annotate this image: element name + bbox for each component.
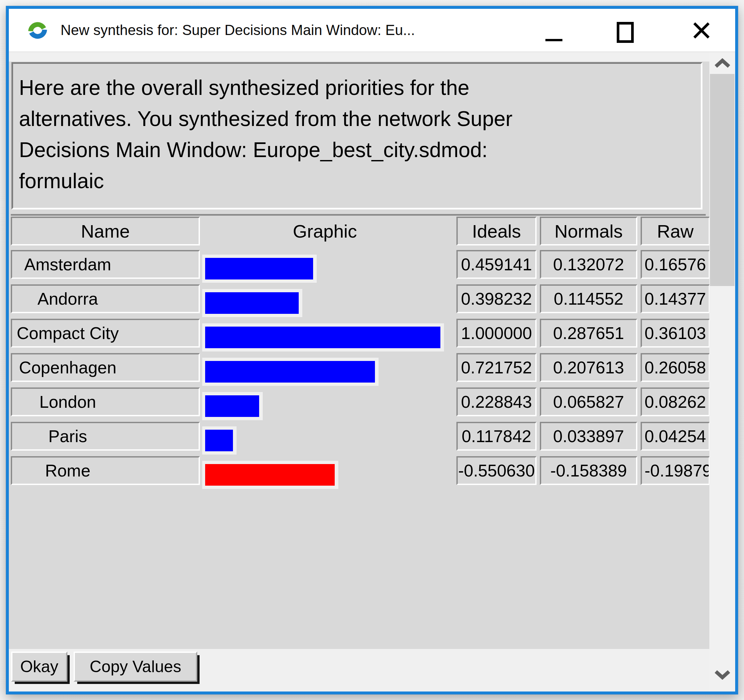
alternative-name: Andorra <box>12 289 124 308</box>
button-bar: Okay Copy Values <box>9 649 735 691</box>
normals-value: 0.207613 <box>553 358 624 377</box>
description-line: Here are the overall synthesized priorit… <box>19 72 698 103</box>
alternative-name: London <box>12 392 124 412</box>
row-name-cell: Andorra <box>11 284 200 313</box>
content-top-strip <box>9 52 735 61</box>
priority-bar-track <box>202 461 338 489</box>
minimize-icon <box>545 39 562 41</box>
scroll-down-button[interactable] <box>709 664 735 686</box>
raw-value: 0.04254 <box>642 426 709 446</box>
raw-value-cell: 0.26058 <box>641 353 710 382</box>
raw-value-cell: 0.14377 <box>641 284 710 313</box>
copy-values-button[interactable]: Copy Values <box>74 652 197 682</box>
table-top-border <box>11 214 706 216</box>
row-name-cell: Amsterdam <box>11 250 200 279</box>
raw-value: 0.16576 <box>642 255 709 274</box>
column-header-graphic: Graphic <box>202 217 448 246</box>
ideals-value-cell: 0.721752 <box>457 353 537 382</box>
priority-bar-track <box>202 289 302 317</box>
ideals-value-cell: -0.550630 <box>457 456 537 485</box>
priority-bar-track <box>202 426 237 454</box>
synthesis-description: Here are the overall synthesized priorit… <box>12 62 702 210</box>
ideals-value: 0.117842 <box>462 426 531 446</box>
priority-bar <box>205 326 440 348</box>
ideals-value: 0.721752 <box>461 358 532 377</box>
close-button[interactable] <box>683 9 719 51</box>
ideals-value-cell: 0.398232 <box>457 284 537 313</box>
alternative-name: Copenhagen <box>12 358 124 377</box>
chevron-up-icon <box>714 58 731 68</box>
title-bar: New synthesis for: Super Decisions Main … <box>9 9 735 52</box>
chevron-down-icon <box>714 670 731 680</box>
normals-value-cell: 0.065827 <box>540 387 637 416</box>
row-name-cell: Copenhagen <box>11 353 200 382</box>
priority-bar-track <box>202 392 263 420</box>
priority-bar-track <box>202 358 378 386</box>
maximize-icon <box>617 22 634 43</box>
ideals-value-cell: 0.228843 <box>457 387 537 416</box>
description-line: alternatives. You synthesized from the n… <box>19 103 698 134</box>
raw-value: -0.19879 <box>642 461 709 480</box>
ideals-value: -0.550630 <box>458 461 534 480</box>
ideals-value: 1.000000 <box>461 323 532 343</box>
dialog-content: Here are the overall synthesized priorit… <box>9 52 735 691</box>
raw-value: 0.08262 <box>642 392 709 412</box>
priority-bar-negative <box>205 464 335 486</box>
priority-bar <box>205 430 233 451</box>
scroll-up-button[interactable] <box>709 52 735 74</box>
priority-bar <box>205 361 375 383</box>
ideals-value: 0.398232 <box>461 289 532 308</box>
vertical-scrollbar[interactable] <box>709 52 735 691</box>
alternative-name: Amsterdam <box>12 255 124 274</box>
normals-value: 0.287651 <box>553 323 624 343</box>
raw-value-cell: 0.04254 <box>641 422 710 451</box>
maximize-button[interactable] <box>607 9 643 51</box>
priority-bar <box>205 258 313 280</box>
alternative-name: Compact City <box>12 323 124 343</box>
description-line: Decisions Main Window: Europe_best_city.… <box>19 134 698 165</box>
normals-value-cell: 0.132072 <box>540 250 637 279</box>
column-header-normals: Normals <box>540 217 637 246</box>
raw-value-cell: 0.08262 <box>641 387 710 416</box>
priority-bar <box>205 395 259 417</box>
normals-value: 0.114552 <box>554 289 623 308</box>
normals-value-cell: 0.207613 <box>540 353 637 382</box>
normals-value: 0.132072 <box>553 255 624 274</box>
priority-bar-track <box>202 255 317 283</box>
normals-value-cell: -0.158389 <box>540 456 637 485</box>
normals-value-cell: 0.287651 <box>540 319 637 347</box>
normals-value-cell: 0.114552 <box>540 284 637 313</box>
raw-value: 0.14377 <box>642 289 709 308</box>
row-name-cell: Paris <box>11 422 200 451</box>
minimize-button[interactable] <box>536 9 572 51</box>
raw-value-cell: -0.19879 <box>641 456 710 485</box>
ideals-value: 0.459141 <box>461 255 532 274</box>
row-name-cell: Rome <box>11 456 200 485</box>
window-title: New synthesis for: Super Decisions Main … <box>61 9 415 51</box>
column-header-ideals: Ideals <box>457 217 537 246</box>
normals-value: -0.158389 <box>550 461 627 480</box>
okay-button[interactable]: Okay <box>11 652 67 682</box>
raw-value: 0.26058 <box>642 358 709 377</box>
dialog-window: New synthesis for: Super Decisions Main … <box>6 6 738 694</box>
ideals-value: 0.228843 <box>461 392 532 412</box>
column-header-name: Name <box>11 217 200 246</box>
normals-value: 0.065827 <box>553 392 624 412</box>
alternative-name: Rome <box>12 461 124 480</box>
scrollbar-thumb[interactable] <box>710 74 735 286</box>
ideals-value-cell: 1.000000 <box>457 319 537 347</box>
alternative-name: Paris <box>12 426 124 446</box>
raw-value-cell: 0.36103 <box>641 319 710 347</box>
normals-value: 0.033897 <box>553 426 624 446</box>
priority-bar-track <box>202 323 444 351</box>
row-name-cell: London <box>11 387 200 416</box>
column-header-raw: Raw <box>641 217 710 246</box>
raw-value: 0.36103 <box>642 323 709 343</box>
ideals-value-cell: 0.459141 <box>457 250 537 279</box>
normals-value-cell: 0.033897 <box>540 422 637 451</box>
raw-value-cell: 0.16576 <box>641 250 710 279</box>
description-line: formulaic <box>19 165 698 197</box>
row-name-cell: Compact City <box>11 319 200 347</box>
ideals-value-cell: 0.117842 <box>457 422 537 451</box>
super-decisions-logo-icon <box>26 19 49 42</box>
